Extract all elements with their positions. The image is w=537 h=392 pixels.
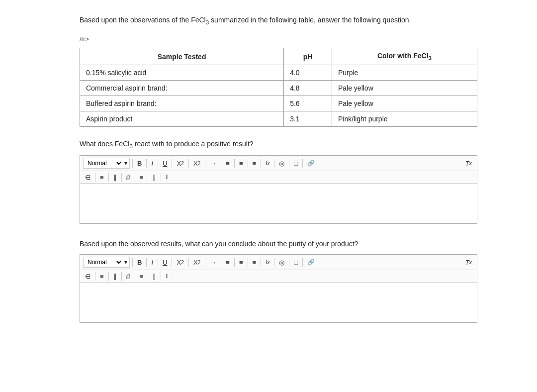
- indent-right2[interactable]: ≡: [251, 258, 259, 267]
- separator: [188, 258, 189, 267]
- lines-btn2[interactable]: ⦀: [164, 272, 170, 281]
- subscript-button1[interactable]: X2: [175, 159, 186, 168]
- separator: [121, 173, 122, 182]
- table-cell-r1-c0: Commercial aspirin brand:: [80, 81, 284, 96]
- percent-button1[interactable]: ◎: [277, 159, 286, 168]
- question1-text: What does FeCl3 react with to produce a …: [80, 139, 457, 150]
- col-header-ph: pH: [284, 48, 332, 65]
- col-header-color: Color with FeCl3: [332, 48, 477, 65]
- separator: [158, 159, 158, 168]
- separator: [234, 258, 235, 267]
- clear-format-button2[interactable]: Tx: [463, 258, 474, 267]
- separator: [146, 159, 147, 168]
- format-select2[interactable]: Normal Heading 1 Heading 2 ▾: [83, 257, 130, 268]
- link-button2[interactable]: 🔗: [305, 258, 317, 266]
- indent-left1[interactable]: ≡: [224, 159, 232, 168]
- format-dropdown1[interactable]: Normal Heading 1 Heading 2: [86, 159, 123, 167]
- col-btn2[interactable]: ‖: [111, 272, 119, 281]
- table-cell-r1-c2: Pale yellow: [332, 81, 477, 96]
- separator: [108, 272, 109, 281]
- separator: [234, 159, 235, 168]
- format-select1[interactable]: Normal Heading 1 Heading 2 ▾: [83, 158, 130, 169]
- fx-button2[interactable]: fx: [264, 258, 271, 266]
- separator: [274, 258, 274, 267]
- tag-text: /tr>: [80, 35, 457, 43]
- fx-button1[interactable]: fx: [264, 159, 271, 167]
- special2[interactable]: ≡: [98, 272, 106, 281]
- italic-button1[interactable]: I: [149, 159, 155, 168]
- separator: [302, 159, 303, 168]
- underline-button1[interactable]: U: [161, 159, 169, 168]
- img-btn1[interactable]: ⎙: [124, 173, 132, 182]
- table-row: Buffered aspirin brand:5.6Pale yellow: [80, 96, 477, 111]
- question2-text: Based upon the observed results, what ca…: [80, 239, 457, 249]
- separator: [172, 258, 172, 267]
- lines-btn1[interactable]: ⦀: [164, 173, 170, 182]
- list-btn1[interactable]: ≡: [138, 173, 146, 182]
- table-cell-r2-c1: 5.6: [284, 96, 332, 111]
- editor2-toolbar: Normal Heading 1 Heading 2 ▾ B I U X2 X2…: [80, 255, 477, 270]
- image-button1[interactable]: □: [292, 159, 300, 168]
- separator: [261, 258, 261, 267]
- indent-left2[interactable]: ≡: [224, 258, 232, 267]
- col-btn1[interactable]: ‖: [111, 173, 119, 182]
- separator: [221, 159, 221, 168]
- indent-right1[interactable]: ≡: [251, 159, 259, 168]
- separator: [161, 173, 161, 182]
- table-cell-r3-c2: Pink/light purple: [332, 111, 477, 127]
- separator: [132, 258, 133, 267]
- observations-table: Sample Tested pH Color with FeCl3 0.15% …: [80, 48, 477, 127]
- list-btn2[interactable]: ≡: [138, 272, 146, 281]
- editor1-toolbar: Normal Heading 1 Heading 2 ▾ B I U X2 X2…: [80, 156, 477, 171]
- indent-center1[interactable]: ≡: [237, 159, 245, 168]
- bold-button1[interactable]: B: [135, 159, 144, 168]
- subscript-button2[interactable]: X2: [175, 258, 186, 267]
- table-cell-r3-c1: 3.1: [284, 111, 332, 127]
- percent-button2[interactable]: ◎: [277, 258, 286, 267]
- intro-text2: summarized in the following table, answe…: [209, 16, 411, 24]
- chevron-down-icon: ▾: [124, 160, 127, 167]
- table-cell-r0-c2: Purple: [332, 65, 477, 81]
- table-button2[interactable]: ⋳: [83, 272, 92, 281]
- indent-center2[interactable]: ≡: [237, 258, 245, 267]
- bar-btn1[interactable]: ‖: [151, 173, 158, 182]
- separator: [248, 258, 248, 267]
- separator: [95, 173, 95, 182]
- separator: [148, 173, 148, 182]
- special1[interactable]: ≡: [98, 173, 106, 182]
- superscript-button1[interactable]: X2: [191, 159, 202, 168]
- arrow-button1[interactable]: →: [208, 159, 218, 168]
- link-button1[interactable]: 🔗: [305, 159, 317, 167]
- col-header-sample: Sample Tested: [80, 48, 284, 65]
- chevron-down-icon2: ▾: [124, 259, 127, 266]
- editor2-content[interactable]: [80, 283, 477, 322]
- separator: [132, 159, 133, 168]
- separator: [205, 258, 205, 267]
- img-btn2[interactable]: ⎙: [124, 272, 132, 281]
- table-cell-r3-c0: Aspirin product: [80, 111, 284, 127]
- separator: [135, 272, 135, 281]
- separator: [205, 159, 205, 168]
- editor2: Normal Heading 1 Heading 2 ▾ B I U X2 X2…: [80, 254, 477, 323]
- intro-text1: Based upon the observations of the FeCl: [80, 16, 206, 24]
- superscript-button2[interactable]: X2: [191, 258, 202, 267]
- separator: [121, 272, 122, 281]
- clear-format-button1[interactable]: Tx: [463, 159, 474, 168]
- separator: [158, 258, 158, 267]
- table-cell-r0-c0: 0.15% salicylic acid: [80, 65, 284, 81]
- editor1-toolbar-row2: ⋳ ≡ ‖ ⎙ ≡ ‖ ⦀: [80, 171, 477, 184]
- table-cell-r0-c1: 4.0: [284, 65, 332, 81]
- separator: [248, 159, 248, 168]
- separator: [148, 272, 148, 281]
- editor1-content[interactable]: [80, 184, 477, 223]
- table-button1[interactable]: ⋳: [83, 173, 92, 182]
- format-dropdown2[interactable]: Normal Heading 1 Heading 2: [86, 258, 123, 266]
- bar-btn2[interactable]: ‖: [151, 272, 158, 281]
- table-cell-r1-c1: 4.8: [284, 81, 332, 96]
- image-button2[interactable]: □: [292, 258, 300, 267]
- arrow-button2[interactable]: →: [208, 258, 218, 267]
- table-cell-r2-c2: Pale yellow: [332, 96, 477, 111]
- bold-button2[interactable]: B: [135, 258, 144, 267]
- italic-button2[interactable]: I: [149, 258, 155, 267]
- underline-button2[interactable]: U: [161, 258, 169, 267]
